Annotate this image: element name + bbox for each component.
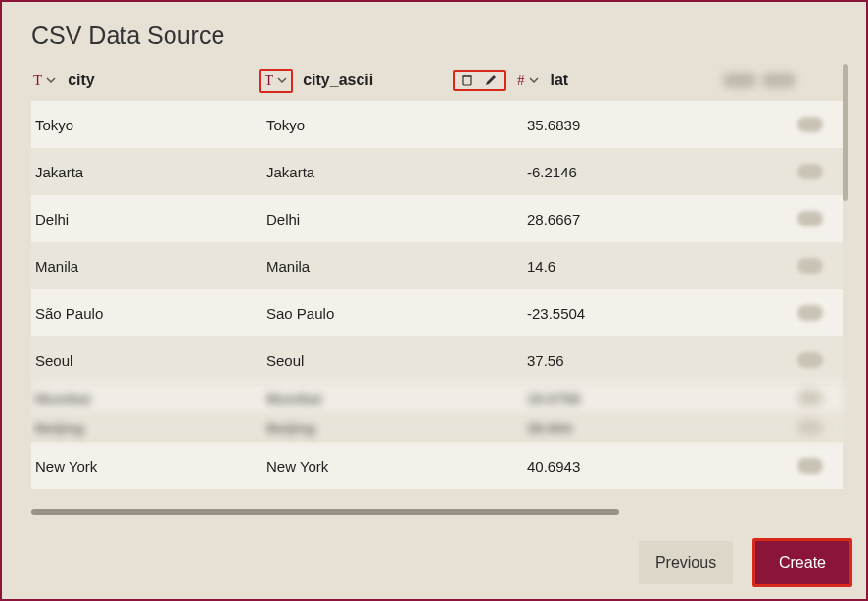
table-row[interactable]: DelhiDelhi28.6667 bbox=[31, 195, 843, 242]
cell-overflow bbox=[735, 164, 843, 179]
cell-overflow bbox=[735, 458, 843, 474]
column-header-overflow bbox=[723, 73, 843, 88]
cell-city-ascii: Tokyo bbox=[263, 117, 523, 133]
cell-lat: 14.6 bbox=[523, 258, 735, 275]
cell-city-ascii: Sao Paulo bbox=[263, 305, 523, 322]
column-label: lat bbox=[545, 72, 569, 89]
column-header-lat[interactable]: # lat bbox=[515, 72, 723, 89]
cell-overflow bbox=[735, 305, 843, 321]
cell-overflow bbox=[735, 211, 843, 226]
horizontal-scrollbar[interactable] bbox=[31, 509, 619, 515]
number-type-icon: # bbox=[517, 73, 525, 89]
column-header-city-ascii[interactable]: T city_ascii bbox=[259, 69, 515, 93]
table-row[interactable]: New YorkNew York40.6943 bbox=[31, 442, 843, 489]
chevron-down-icon bbox=[529, 75, 539, 85]
cell-city: Tokyo bbox=[31, 117, 263, 133]
table-row[interactable]: ManilaManila14.6 bbox=[31, 242, 843, 289]
cell-city: São Paulo bbox=[31, 305, 263, 322]
create-button[interactable]: Create bbox=[752, 538, 852, 587]
text-type-icon: T bbox=[33, 73, 42, 89]
cell-lat: 28.6667 bbox=[523, 211, 735, 227]
cell-city: Jakarta bbox=[31, 164, 263, 180]
table-row[interactable]: TokyoTokyo35.6839 bbox=[31, 101, 843, 148]
vertical-scrollbar[interactable] bbox=[843, 64, 848, 201]
cell-city: New York bbox=[31, 458, 263, 475]
cell-city: Manila bbox=[31, 258, 263, 275]
cell-overflow bbox=[735, 117, 843, 132]
column-header-city[interactable]: T city bbox=[31, 72, 259, 89]
previous-button[interactable]: Previous bbox=[639, 541, 733, 584]
chevron-down-icon bbox=[46, 75, 56, 85]
table-row[interactable]: SeoulSeoul37.56 bbox=[31, 336, 843, 383]
cell-city-ascii: New York bbox=[263, 458, 523, 475]
cell-city: Seoul bbox=[31, 352, 263, 369]
chevron-down-icon bbox=[277, 75, 287, 85]
edit-column-icon[interactable] bbox=[484, 74, 498, 87]
cell-lat: 35.6839 bbox=[523, 117, 735, 133]
cell-lat: -6.2146 bbox=[523, 164, 735, 180]
cell-lat: 40.6943 bbox=[523, 458, 735, 475]
type-dropdown-city-ascii[interactable]: T bbox=[259, 69, 293, 93]
cell-overflow bbox=[735, 258, 843, 274]
column-headers: T city T city_ascii bbox=[31, 64, 843, 101]
cell-city-ascii: Delhi bbox=[263, 211, 523, 227]
text-type-icon: T bbox=[265, 73, 273, 89]
cell-lat: 37.56 bbox=[523, 352, 735, 369]
type-dropdown-lat[interactable]: # bbox=[515, 73, 541, 89]
data-table: T city T city_ascii bbox=[31, 64, 848, 515]
cell-overflow bbox=[735, 352, 843, 368]
dialog-footer: Previous Create bbox=[639, 538, 852, 587]
table-row: BeijingBeijing39.904 bbox=[31, 413, 843, 442]
cell-city-ascii: Jakarta bbox=[263, 164, 523, 180]
cell-lat: -23.5504 bbox=[523, 305, 735, 322]
table-row: MumbaiMumbai19.0758 bbox=[31, 383, 843, 413]
type-dropdown-city[interactable]: T bbox=[31, 73, 58, 89]
delete-column-icon[interactable] bbox=[460, 74, 474, 87]
column-label: city_ascii bbox=[297, 72, 373, 89]
column-actions-city-ascii[interactable] bbox=[453, 70, 506, 91]
page-title: CSV Data Source bbox=[2, 2, 866, 64]
cell-city: Delhi bbox=[31, 211, 263, 227]
cell-city-ascii: Manila bbox=[263, 258, 523, 275]
column-label: city bbox=[62, 72, 95, 89]
table-row[interactable]: JakartaJakarta-6.2146 bbox=[31, 148, 843, 195]
svg-rect-0 bbox=[463, 76, 471, 85]
cell-city-ascii: Seoul bbox=[263, 352, 523, 369]
table-row[interactable]: São PauloSao Paulo-23.5504 bbox=[31, 289, 843, 336]
